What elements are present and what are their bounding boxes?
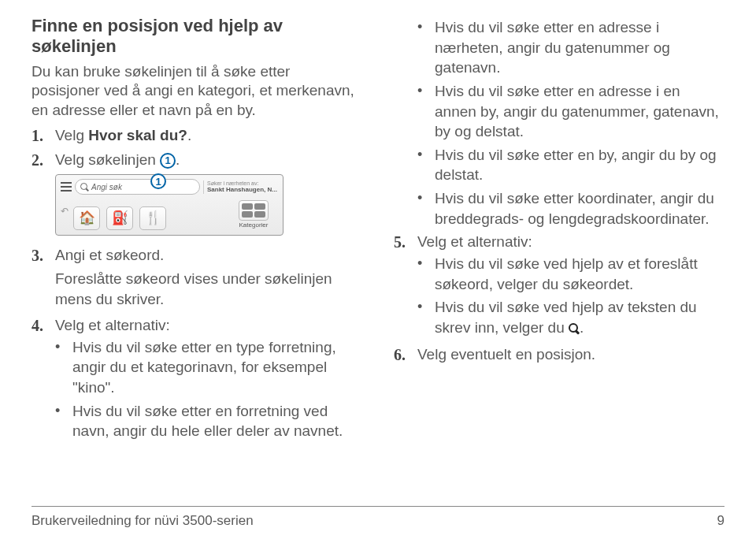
callout-marker-1: 1: [160, 153, 176, 169]
categories-icon: [239, 200, 269, 221]
bullet-text-post: .: [580, 319, 584, 336]
poi-food-tile[interactable]: 🍴: [139, 206, 166, 230]
step-text: Angi et søkeord.: [55, 245, 362, 266]
step-text: Velg eventuelt en posisjon.: [417, 344, 724, 366]
bullet-text: Hvis du vil søke etter en type forretnin…: [72, 337, 362, 398]
step-5: 5. Velg et alternativ: Hvis du vil søke …: [394, 232, 724, 340]
bullet-item: Hvis du vil søke ved hjelp av teksten du…: [417, 297, 724, 337]
bullet-item: Hvis du vil søke etter koordinater, angi…: [417, 188, 724, 229]
bullet-text: Hvis du vil søke ved hjelp av teksten du…: [435, 297, 724, 337]
step-number: 3.: [32, 245, 47, 312]
step-number: 2.: [32, 150, 47, 242]
step-action: Hvor skal du?: [88, 127, 187, 143]
intro-paragraph: Du kan bruke søkelinjen til å søke etter…: [32, 62, 362, 121]
poi-fuel-tile[interactable]: ⛽: [106, 206, 133, 230]
search-icon: [569, 323, 580, 334]
step-1: 1. Velg Hvor skal du?.: [32, 125, 362, 147]
step-lead: Velg et alternativ:: [55, 315, 362, 336]
bullet-text: Hvis du vil søke etter en adresse i nærh…: [435, 17, 724, 78]
step-2: 2. Velg søkelinjen 1. Angi søk: [32, 150, 362, 242]
step-lead: Velg et alternativ:: [417, 232, 724, 252]
page-footer: Brukerveiledning for nüvi 3500-serien 9: [32, 506, 724, 529]
step-text: Velg søkelinjen: [55, 151, 160, 168]
page-number: 9: [717, 513, 724, 529]
near-value: Sankt Hanshaugen, N...: [207, 187, 278, 194]
step-number: 1.: [32, 125, 47, 147]
search-placeholder: Angi søk: [91, 182, 122, 193]
step-3: 3. Angi et søkeord. Foreslåtte søkeord v…: [32, 245, 362, 312]
search-input[interactable]: Angi søk: [75, 179, 200, 195]
step-number: 6.: [394, 344, 410, 366]
bullet-text: Hvis du vil søke etter en forretning ved…: [72, 401, 362, 441]
bullet-text: Hvis du vil søke etter koordinater, angi…: [435, 188, 724, 229]
search-icon: [80, 183, 88, 191]
step-suffix: .: [176, 151, 180, 168]
bullet-item: Hvis du vil søke etter en adresse i nærh…: [417, 17, 724, 78]
categories-label: Kategorier: [229, 221, 278, 230]
step-suffix: .: [187, 127, 191, 143]
bullet-item: Hvis du vil søke ved hjelp av et foreslå…: [417, 254, 724, 294]
device-screenshot: Angi søk Søker i nærheten av: Sankt Hans…: [55, 174, 362, 236]
categories-button[interactable]: Kategorier: [229, 200, 278, 230]
bullet-item: Hvis du vil søke etter en type forretnin…: [55, 337, 362, 398]
bullet-item: Hvis du vil søke etter en forretning ved…: [55, 401, 362, 441]
step-6: 6. Velg eventuelt en posisjon.: [394, 344, 724, 366]
bullet-text: Hvis du vil søke etter en by, angir du b…: [435, 145, 724, 185]
bullet-text-pre: Hvis du vil søke ved hjelp av teksten du…: [435, 299, 697, 336]
search-near-box[interactable]: Søker i nærheten av: Sankt Hanshaugen, N…: [203, 180, 278, 193]
bullet-text: Hvis du vil søke etter en adresse i en a…: [435, 81, 724, 142]
poi-home-tile[interactable]: 🏠: [73, 206, 100, 230]
footer-title: Brukerveiledning for nüvi 3500-serien: [32, 513, 254, 529]
menu-icon: [61, 182, 72, 192]
step-text: Velg: [55, 127, 88, 143]
step-4: 4. Velg et alternativ: Hvis du vil søke …: [32, 315, 362, 444]
bullet-item: Hvis du vil søke etter en by, angir du b…: [417, 145, 724, 185]
back-icon[interactable]: ↶: [61, 205, 69, 218]
bullet-text: Hvis du vil søke ved hjelp av et foreslå…: [435, 254, 724, 294]
page-title: Finne en posisjon ved hjelp av søkelinje…: [32, 16, 362, 58]
bullet-item: Hvis du vil søke etter en adresse i en a…: [417, 81, 724, 142]
step-number: 5.: [394, 232, 410, 340]
step-subtext: Foreslåtte søkeord vises under søkelinje…: [55, 269, 362, 309]
step-number: 4.: [32, 315, 47, 444]
